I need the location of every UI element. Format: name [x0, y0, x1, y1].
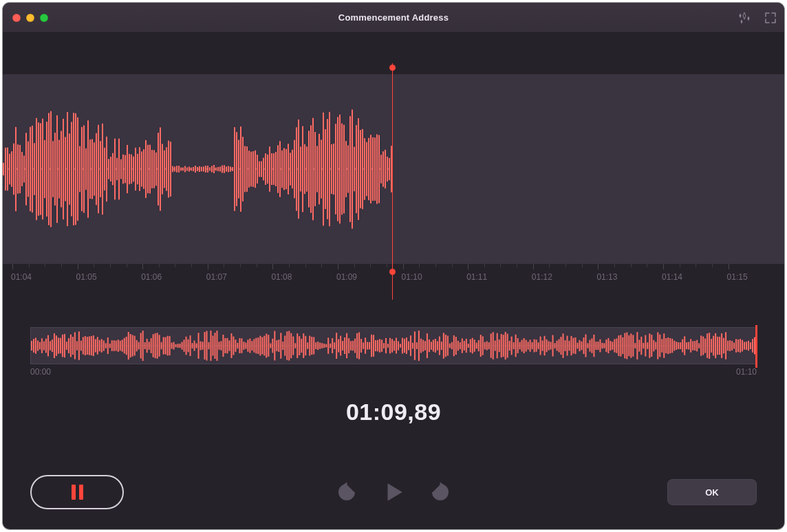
svg-rect-397 [455, 337, 457, 355]
svg-rect-157 [325, 129, 326, 209]
enhance-icon[interactable] [737, 11, 751, 25]
svg-rect-18 [38, 122, 39, 216]
svg-rect-445 [554, 343, 556, 348]
svg-rect-431 [526, 340, 527, 351]
svg-rect-41 [85, 148, 87, 190]
svg-rect-525 [719, 337, 720, 355]
svg-rect-15 [32, 126, 33, 212]
svg-rect-478 [622, 337, 623, 354]
skip-back-button[interactable]: 15 [336, 482, 357, 502]
svg-rect-7 [15, 127, 17, 212]
svg-rect-255 [163, 337, 164, 354]
svg-rect-480 [626, 333, 627, 359]
svg-rect-216 [83, 337, 84, 354]
svg-rect-140 [290, 153, 291, 186]
svg-rect-136 [281, 151, 283, 188]
svg-rect-315 [286, 331, 288, 360]
svg-rect-176 [364, 138, 365, 200]
svg-rect-428 [519, 342, 521, 349]
svg-rect-233 [118, 340, 119, 352]
svg-rect-115 [238, 140, 239, 198]
svg-rect-458 [581, 342, 582, 351]
overview-waveform [31, 328, 756, 364]
svg-rect-475 [616, 338, 617, 353]
svg-rect-401 [464, 341, 465, 351]
svg-rect-241 [134, 336, 136, 356]
svg-rect-215 [80, 341, 82, 351]
svg-rect-202 [54, 333, 55, 358]
svg-rect-125 [259, 162, 260, 177]
svg-rect-398 [457, 341, 459, 351]
svg-rect-482 [630, 333, 632, 357]
svg-rect-344 [346, 333, 347, 359]
svg-rect-168 [347, 145, 349, 192]
svg-rect-234 [120, 341, 121, 351]
overview-position-marker[interactable] [755, 325, 757, 368]
svg-rect-529 [727, 341, 729, 351]
svg-rect-194 [37, 340, 39, 351]
svg-rect-427 [517, 338, 519, 353]
svg-rect-385 [431, 342, 432, 350]
svg-rect-476 [618, 335, 619, 356]
minimize-window-button[interactable] [26, 14, 34, 22]
svg-rect-369 [398, 341, 399, 350]
ok-button[interactable]: OK [667, 479, 757, 505]
svg-rect-70 [145, 140, 147, 198]
svg-rect-508 [684, 336, 685, 355]
svg-rect-479 [624, 333, 625, 358]
svg-rect-325 [307, 342, 308, 348]
svg-rect-5 [11, 151, 12, 187]
svg-rect-229 [109, 344, 111, 348]
svg-rect-249 [151, 338, 152, 353]
ruler-tick: 01:12 [533, 264, 552, 291]
svg-rect-158 [327, 119, 328, 219]
svg-rect-208 [66, 342, 67, 350]
svg-rect-279 [213, 335, 214, 355]
waveform-area[interactable]: 01:0401:0501:0601:0701:0801:0901:1001:11… [3, 33, 784, 272]
waveform [3, 74, 784, 264]
svg-rect-230 [111, 340, 113, 351]
svg-rect-106 [219, 166, 221, 171]
svg-rect-118 [244, 146, 246, 192]
svg-rect-423 [509, 341, 510, 351]
skip-forward-button[interactable]: 15 [430, 482, 451, 502]
trim-icon[interactable] [764, 11, 777, 25]
pause-recording-button[interactable] [30, 475, 124, 509]
svg-rect-61 [127, 145, 128, 193]
svg-rect-68 [141, 151, 142, 186]
svg-rect-260 [173, 342, 175, 350]
svg-rect-46 [96, 133, 97, 206]
svg-rect-317 [290, 333, 292, 358]
svg-rect-484 [634, 343, 636, 348]
svg-rect-187 [387, 157, 388, 181]
svg-rect-179 [370, 135, 371, 203]
play-button[interactable] [382, 480, 405, 504]
svg-rect-466 [597, 342, 599, 350]
pause-icon [72, 485, 83, 500]
svg-rect-150 [310, 125, 312, 212]
overview-strip[interactable] [30, 327, 757, 364]
zoom-window-button[interactable] [40, 14, 48, 22]
svg-rect-331 [319, 342, 321, 348]
svg-rect-287 [228, 340, 230, 351]
svg-rect-292 [239, 338, 240, 353]
svg-rect-380 [420, 339, 422, 353]
svg-rect-313 [282, 342, 283, 350]
svg-rect-442 [548, 341, 550, 350]
svg-rect-132 [273, 153, 274, 185]
close-window-button[interactable] [12, 14, 21, 22]
svg-rect-196 [41, 338, 43, 353]
svg-rect-357 [373, 335, 374, 357]
ruler-tick: 01:07 [208, 264, 227, 291]
svg-rect-359 [377, 340, 378, 352]
svg-rect-374 [408, 342, 409, 351]
svg-rect-440 [544, 336, 546, 355]
svg-rect-515 [698, 343, 700, 348]
svg-rect-271 [196, 344, 197, 348]
svg-rect-285 [224, 338, 226, 353]
svg-rect-262 [177, 344, 179, 348]
svg-rect-8 [17, 144, 19, 194]
svg-rect-336 [330, 344, 331, 348]
svg-rect-437 [538, 342, 539, 349]
svg-rect-107 [222, 166, 223, 173]
